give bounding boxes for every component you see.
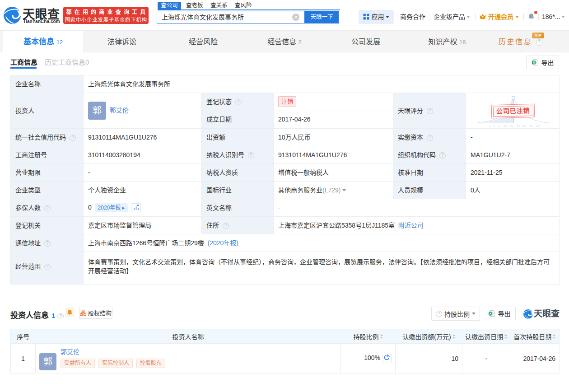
svg-text:0 1 2 10 40 60: 0 1 2 10 40 60 80 90 100 [489, 124, 540, 127]
